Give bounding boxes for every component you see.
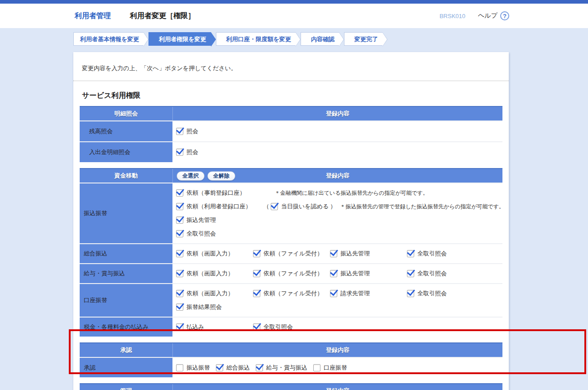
checkbox-依頼（画面入力）[interactable] [176,290,183,297]
checkbox-依頼（事前登録口座）[interactable] [176,189,183,197]
paren-close: ） [330,202,336,211]
table-header-label: 管理 [80,384,172,390]
checkbox-item: 請求先管理 [330,289,407,298]
checkbox-item: 全取引照会 [407,289,484,298]
checkbox-振込先管理[interactable] [330,250,337,257]
checkbox-依頼（画面入力）[interactable] [176,250,183,257]
checkbox-全取引照会[interactable] [407,270,414,277]
checkbox-label: 総合振込 [226,364,250,372]
checkbox-item: 依頼（利用者登録口座） [176,202,262,211]
table-shonin: 承認登録内容承認振込振替総合振込給与・賞与振込口座振替 [80,342,502,377]
checkbox-item: 依頼（画面入力） [176,289,253,298]
checkbox-item: 依頼（事前登録口座） [176,189,272,197]
checkbox-口座振替[interactable] [313,364,320,371]
checkbox-label: 振込先管理 [186,216,216,224]
checkbox-line: 依頼（画面入力）依頼（ファイル受付）振込先管理全取引照会 [176,247,502,260]
checkbox-依頼（ファイル受付）[interactable] [253,250,260,257]
checkbox-照会[interactable] [176,128,183,135]
table-header-shonin: 承認登録内容 [80,342,502,357]
checkbox-label: 全取引照会 [417,289,447,298]
checkbox-全取引照会[interactable] [407,290,414,297]
dotted-divider [73,81,509,81]
step-1: 利用者基本情報を変更 [73,32,143,46]
instruction-text: 変更内容を入力の上、「次へ」ボタンを押してください。 [82,64,502,72]
checkbox-依頼（ファイル受付）[interactable] [253,290,260,297]
tables: 明細照会登録内容残高照会照会入出金明細照会照会資金移動登録内容全選択全解除振込振… [73,106,509,390]
row-label: 給与・賞与振込 [80,264,172,283]
checkbox-label: 全取引照会 [263,323,293,331]
checkbox-依頼（利用者登録口座）[interactable] [176,203,183,210]
checkbox-label: 全取引照会 [417,250,447,258]
checkbox-label: 請求先管理 [340,289,370,298]
note-text: ＊振込振替先の管理で登録した振込振替先からの指定が可能です。 [340,203,504,211]
table-shikin-ido: 資金移動登録内容全選択全解除振込振替依頼（事前登録口座）＊金融機関に届け出ている… [80,168,502,337]
checkbox-item: 照会 [176,127,253,135]
table-header-content-label: 登録内容 [172,343,502,357]
checkbox-請求先管理[interactable] [330,290,337,297]
checkbox-払込み[interactable] [176,323,183,331]
checkbox-振込振替[interactable] [176,364,183,371]
table-row-入出金明細照会: 入出金明細照会照会 [80,141,502,162]
header-buttons: 全選択全解除 [177,171,235,181]
checkbox-item: 照会 [176,148,253,156]
checkbox-給与・賞与振込[interactable] [256,364,263,371]
checkbox-照会[interactable] [176,149,183,156]
checkbox-label: 依頼（ファイル受付） [263,289,323,298]
help-link[interactable]: ヘルプ ? [478,11,509,20]
row-content: 照会 [172,142,502,162]
checkbox-item: 振込先管理 [330,270,407,278]
checkbox-label: 振替結果照会 [186,303,222,311]
table-row-残高照会: 残高照会照会 [80,120,502,141]
checkbox-label: 給与・賞与振込 [266,364,307,372]
checkbox-label: 振込先管理 [340,270,370,278]
checkbox-全取引照会[interactable] [407,250,414,257]
checkbox-label: 口座振替 [324,364,347,372]
row-label: 承認 [80,358,172,377]
row-label: 振込振替 [80,183,172,243]
page-content: 利用者基本情報を変更利用者権限を変更利用口座・限度額を変更内容確認変更完了 変更… [0,28,588,390]
page-title: 利用者変更［権限］ [130,11,195,21]
help-question-icon[interactable]: ? [500,11,509,20]
checkbox-item: 依頼（ファイル受付） [253,289,330,298]
checkbox-総合振込[interactable] [216,364,223,371]
table-header-label: 明細照会 [80,107,172,120]
checkbox-振替結果照会[interactable] [176,303,183,311]
checkbox-item: 払込み [176,323,253,331]
checkbox-全取引照会[interactable] [176,230,183,237]
row-label: 口座振替 [80,284,172,317]
row-content: 払込み全取引照会 [172,318,502,337]
checkbox-line: 照会 [176,125,502,138]
checkbox-item: 総合振込 [216,364,250,372]
checkbox-item: 振込振替 [176,364,210,372]
help-label: ヘルプ [478,12,497,20]
table-row-総合振込: 総合振込依頼（画面入力）依頼（ファイル受付）振込先管理全取引照会 [80,243,502,263]
table-header-content-label: 登録内容 [172,107,502,120]
checkbox-line: 全取引照会 [176,227,504,241]
checkbox-振込先管理[interactable] [176,217,183,224]
checkbox-label: 振込先管理 [340,250,370,258]
deselect-all-button[interactable]: 全解除 [207,171,235,181]
checkbox-line: 依頼（画面入力）依頼（ファイル受付）請求先管理全取引照会 [176,287,502,300]
checkbox-label: 依頼（利用者登録口座） [186,202,251,211]
table-header-meisai-shokai: 明細照会登録内容 [80,106,502,120]
checkbox-item: 口座振替 [313,364,347,372]
table-header-content-label: 登録内容全選択全解除 [172,169,502,183]
row-content: 依頼（画面入力）依頼（ファイル受付）請求先管理全取引照会振替結果照会 [172,284,502,317]
checkbox-依頼（ファイル受付）[interactable] [253,270,260,277]
checkbox-label: 払込み [186,323,204,331]
header-right: BRSK010 ヘルプ ? [440,4,509,28]
checkbox-label: 依頼（事前登録口座） [186,189,245,197]
checkbox-振込先管理[interactable] [330,270,337,277]
checkbox-依頼（画面入力）[interactable] [176,270,183,277]
checkbox-全取引照会[interactable] [253,323,260,331]
checkbox-line: 依頼（事前登録口座）＊金融機関に届け出ている振込振替先からの指定が可能です。 [176,186,504,200]
checkbox-当日扱いを認める[interactable] [271,203,278,210]
checkbox-label: 依頼（画面入力） [186,270,234,278]
checkbox-item: 全取引照会 [253,323,330,331]
checkbox-label: 振込振替 [186,364,210,372]
select-all-button[interactable]: 全選択 [177,171,205,181]
checkbox-line: 振込先管理 [176,213,504,227]
note-text: ＊金融機関に届け出ている振込振替先からの指定が可能です。 [275,189,428,197]
checkbox-label: 当日扱いを認める [281,202,329,211]
checkbox-item: 依頼（画面入力） [176,270,253,278]
